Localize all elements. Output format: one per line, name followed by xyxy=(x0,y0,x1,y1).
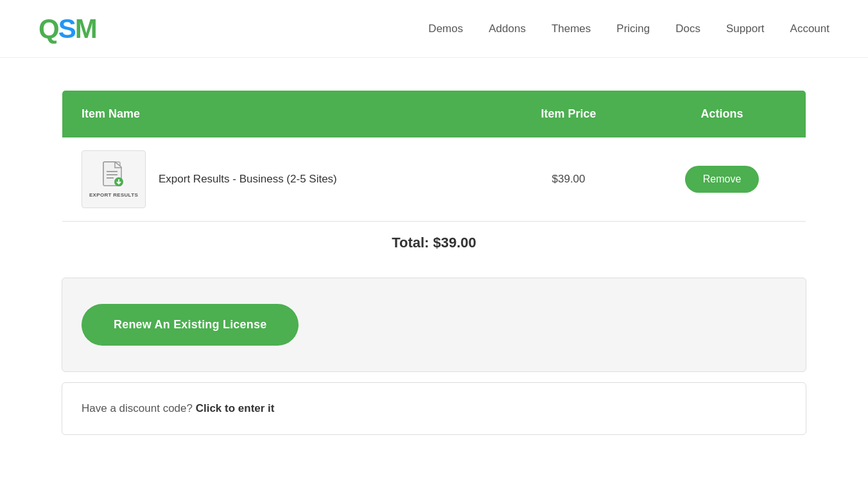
col-header-item-price: Item Price xyxy=(499,91,638,138)
main-content: Item Name Item Price Actions xyxy=(23,90,845,435)
renew-section: Renew An Existing License xyxy=(62,278,806,372)
item-thumbnail: EXPORT RESULTS xyxy=(82,150,146,208)
col-header-actions: Actions xyxy=(638,91,806,138)
discount-text: Have a discount code? xyxy=(82,402,193,414)
nav-addons[interactable]: Addons xyxy=(489,22,526,35)
cart-row: EXPORT RESULTS Export Results - Business… xyxy=(62,137,806,222)
item-title: Export Results - Business (2-5 Sites) xyxy=(159,173,337,186)
thumbnail-label: EXPORT RESULTS xyxy=(89,192,138,198)
nav-themes[interactable]: Themes xyxy=(551,22,591,35)
document-icon xyxy=(102,161,125,188)
nav-support[interactable]: Support xyxy=(726,22,765,35)
item-price: $39.00 xyxy=(499,137,638,222)
cart-table: Item Name Item Price Actions xyxy=(62,90,806,265)
discount-section: Have a discount code? Click to enter it xyxy=(62,382,806,435)
nav-pricing[interactable]: Pricing xyxy=(616,22,650,35)
renew-button[interactable]: Renew An Existing License xyxy=(82,304,299,346)
site-logo[interactable]: QSM xyxy=(39,15,96,42)
nav-account[interactable]: Account xyxy=(790,22,829,35)
total-row: Total: $39.00 xyxy=(62,222,806,265)
item-name-cell: EXPORT RESULTS Export Results - Business… xyxy=(62,137,499,222)
discount-link[interactable]: Click to enter it xyxy=(196,402,275,414)
col-header-item-name: Item Name xyxy=(62,91,499,138)
remove-button[interactable]: Remove xyxy=(685,166,759,193)
nav-demos[interactable]: Demos xyxy=(428,22,463,35)
total-cell: Total: $39.00 xyxy=(62,222,806,265)
site-header: QSM Demos Addons Themes Pricing Docs Sup… xyxy=(0,0,868,58)
actions-cell: Remove xyxy=(638,137,806,222)
main-nav: Demos Addons Themes Pricing Docs Support… xyxy=(428,22,829,35)
nav-docs[interactable]: Docs xyxy=(675,22,700,35)
